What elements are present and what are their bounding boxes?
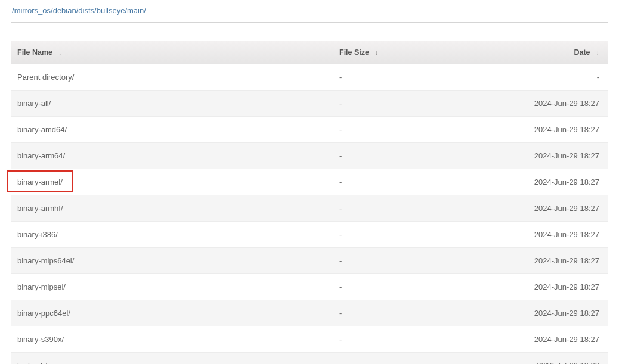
cell-file-date: 2024-Jun-29 18:27 [429, 195, 608, 222]
cell-file-name: binary-armel/ [11, 169, 333, 195]
table-row: binary-amd64/-2024-Jun-29 18:27 [11, 117, 608, 143]
cell-file-name: by-hash/ [11, 353, 333, 365]
cell-file-name: binary-mips64el/ [11, 248, 333, 274]
cell-file-size: - [333, 300, 429, 326]
cell-file-name: binary-all/ [11, 91, 333, 117]
file-link[interactable]: binary-armhf/ [17, 204, 63, 213]
table-row: Parent directory/-- [11, 64, 608, 91]
file-link[interactable]: binary-mips64el/ [17, 256, 74, 265]
cell-file-name: binary-armhf/ [11, 195, 333, 222]
column-header-date[interactable]: Date ↓ [429, 41, 608, 64]
cell-file-date: 2024-Jun-29 18:27 [429, 143, 608, 169]
cell-file-date: 2024-Jun-29 18:27 [429, 222, 608, 248]
file-link[interactable]: binary-ppc64el/ [17, 309, 70, 318]
cell-file-size: - [333, 326, 429, 353]
file-link[interactable]: binary-s390x/ [17, 335, 64, 344]
breadcrumb-segment[interactable]: debian [53, 6, 76, 15]
table-row: binary-i386/-2024-Jun-29 18:27 [11, 222, 608, 248]
table-row: binary-armhf/-2024-Jun-29 18:27 [11, 195, 608, 222]
breadcrumb: /mirrors_os/debian/dists/bullseye/main/ [11, 0, 608, 23]
table-row: binary-ppc64el/-2024-Jun-29 18:27 [11, 300, 608, 326]
cell-file-name: binary-s390x/ [11, 326, 333, 353]
cell-file-size: - [333, 248, 429, 274]
file-link[interactable]: binary-amd64/ [17, 125, 67, 134]
breadcrumb-segment[interactable]: main [127, 6, 144, 15]
cell-file-size: - [333, 117, 429, 143]
table-row: binary-mips64el/-2024-Jun-29 18:27 [11, 248, 608, 274]
cell-file-size: - [333, 353, 429, 365]
cell-file-date: 2019-Jul-06 19:29 [429, 353, 608, 365]
cell-file-size: - [333, 274, 429, 300]
cell-file-name: Parent directory/ [11, 64, 333, 91]
sort-arrow-icon: ↓ [596, 48, 599, 57]
file-link[interactable]: Parent directory/ [17, 73, 74, 82]
table-row: binary-all/-2024-Jun-29 18:27 [11, 91, 608, 117]
column-header-date-label: Date [574, 48, 590, 57]
cell-file-date: 2024-Jun-29 18:27 [429, 274, 608, 300]
column-header-name-label: File Name [17, 48, 52, 57]
file-listing-table: File Name ↓ File Size ↓ Date ↓ Parent di… [11, 41, 608, 364]
breadcrumb-segment[interactable]: dists [78, 6, 94, 15]
table-row: by-hash/-2019-Jul-06 19:29 [11, 353, 608, 365]
cell-file-name: binary-arm64/ [11, 143, 333, 169]
cell-file-date: 2024-Jun-29 18:27 [429, 169, 608, 195]
cell-file-size: - [333, 222, 429, 248]
table-row: binary-s390x/-2024-Jun-29 18:27 [11, 326, 608, 353]
cell-file-size: - [333, 169, 429, 195]
file-link[interactable]: binary-mipsel/ [17, 282, 66, 291]
cell-file-size: - [333, 143, 429, 169]
file-link[interactable]: binary-armel/ [17, 178, 63, 186]
cell-file-name: binary-i386/ [11, 222, 333, 248]
table-row: binary-armel/-2024-Jun-29 18:27 [11, 169, 608, 195]
column-header-size[interactable]: File Size ↓ [333, 41, 429, 64]
column-header-size-label: File Size [339, 48, 369, 57]
cell-file-date: 2024-Jun-29 18:27 [429, 300, 608, 326]
table-row: binary-arm64/-2024-Jun-29 18:27 [11, 143, 608, 169]
table-row: binary-mipsel/-2024-Jun-29 18:27 [11, 274, 608, 300]
file-link[interactable]: binary-i386/ [17, 230, 58, 239]
file-link[interactable]: binary-arm64/ [17, 151, 65, 160]
cell-file-date: 2024-Jun-29 18:27 [429, 248, 608, 274]
sort-arrow-icon: ↓ [375, 48, 379, 57]
cell-file-date: - [429, 64, 608, 91]
path-separator: / [144, 6, 146, 15]
cell-file-date: 2024-Jun-29 18:27 [429, 326, 608, 353]
file-link[interactable]: by-hash/ [17, 361, 47, 364]
cell-file-name: binary-ppc64el/ [11, 300, 333, 326]
breadcrumb-segment[interactable]: bullseye [97, 6, 125, 15]
cell-file-size: - [333, 64, 429, 91]
cell-file-name: binary-amd64/ [11, 117, 333, 143]
breadcrumb-segment[interactable]: mirrors_os [14, 6, 51, 15]
column-header-name[interactable]: File Name ↓ [11, 41, 333, 64]
cell-file-size: - [333, 195, 429, 222]
sort-arrow-icon: ↓ [58, 48, 62, 57]
cell-file-name: binary-mipsel/ [11, 274, 333, 300]
cell-file-date: 2024-Jun-29 18:27 [429, 117, 608, 143]
file-link[interactable]: binary-all/ [17, 99, 51, 108]
cell-file-date: 2024-Jun-29 18:27 [429, 91, 608, 117]
cell-file-size: - [333, 91, 429, 117]
